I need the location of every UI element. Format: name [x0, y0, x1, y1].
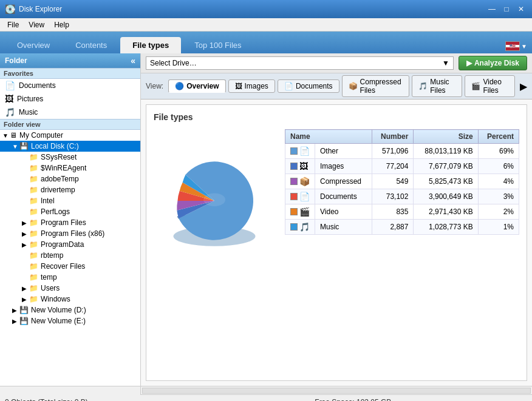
row-percent: 1% — [478, 220, 519, 235]
tree-program-files-x86[interactable]: ▶ 📁 Program Files (x86) — [0, 228, 140, 239]
tree-perflogs[interactable]: ▶ 📁 PerfLogs — [0, 206, 140, 217]
drivertemp-icon: 📁 — [29, 186, 38, 194]
row-size: 1,028,773 KB — [414, 220, 478, 235]
more-tabs-arrow[interactable]: ▶ — [520, 81, 527, 92]
tree-users-label: Users — [41, 284, 60, 292]
status-bar: 0 Objects (Total size: 0 B) Free Space: … — [0, 394, 532, 401]
table-row[interactable]: 📦 Compressed 549 5,825,473 KB 4% — [285, 174, 519, 189]
music-tab-icon: 🎵 — [418, 82, 428, 90]
row-color-indicator — [290, 193, 298, 200]
row-percent: 2% — [478, 204, 519, 220]
tree-users[interactable]: ▶ 📁 Users — [0, 283, 140, 294]
fav-music[interactable]: 🎵 Music — [0, 106, 140, 119]
tab-top100[interactable]: Top 100 Files — [182, 37, 253, 53]
tree-toggle-users[interactable]: ▶ — [22, 285, 29, 292]
tab-overview[interactable]: Overview — [5, 37, 62, 53]
sidebar-collapse-button[interactable]: « — [131, 56, 135, 66]
documents-tab-label: Documents — [296, 82, 333, 90]
windows-icon: 📁 — [29, 295, 38, 303]
view-tab-overview[interactable]: 🔵 Overview — [168, 79, 225, 93]
window-controls: — □ ✕ — [486, 3, 527, 15]
analyze-disk-button[interactable]: ▶ Analyze Disk — [459, 56, 527, 70]
row-name: Video — [315, 204, 372, 220]
close-button[interactable]: ✕ — [515, 3, 527, 15]
tree-temp[interactable]: ▶ 📁 temp — [0, 272, 140, 283]
row-number: 77,204 — [372, 159, 414, 174]
tree-winreagent[interactable]: ▶ 📁 $WinREAgent — [0, 163, 140, 174]
row-file-icon: 📦 — [299, 177, 310, 186]
tree-new-volume-e[interactable]: ▶ 💾 New Volume (E:) — [0, 315, 140, 326]
menu-view[interactable]: View — [24, 19, 49, 30]
main-layout: Folder « Favorites 📄 Documents 🖼 Picture… — [0, 53, 532, 386]
table-row[interactable]: 🎬 Video 835 2,971,430 KB 2% — [285, 204, 519, 220]
tab-filetypes[interactable]: File types — [120, 37, 181, 53]
status-objects: 0 Objects (Total size: 0 B) — [5, 398, 179, 401]
view-tab-images[interactable]: 🖼 Images — [228, 79, 275, 93]
fav-documents-label: Documents — [19, 81, 56, 90]
horizontal-scrollbar[interactable] — [142, 388, 531, 394]
maximize-button[interactable]: □ — [500, 3, 513, 15]
drive-select-arrow: ▼ — [442, 59, 449, 67]
view-tab-music[interactable]: 🎵 Music Files — [412, 75, 462, 97]
tree-new-volume-d-label: New Volume (D:) — [31, 306, 86, 314]
tree-program-files-label: Program Files — [41, 218, 86, 227]
tree-toggle-d[interactable]: ▶ — [12, 307, 19, 314]
tree-toggle-pd[interactable]: ▶ — [22, 241, 29, 248]
row-color-cell: 📄 — [285, 189, 315, 204]
favorites-label: Favorites — [0, 68, 140, 79]
tree-programdata[interactable]: ▶ 📁 ProgramData — [0, 239, 140, 250]
tree-rbtemp[interactable]: ▶ 📁 rbtemp — [0, 250, 140, 261]
th-number: Number — [372, 130, 414, 144]
adobetemp-icon: 📁 — [29, 175, 38, 183]
folder-view-label: Folder view — [0, 119, 140, 130]
intel-icon: 📁 — [29, 197, 38, 205]
tree-toggle-e[interactable]: ▶ — [12, 318, 19, 325]
tree-new-volume-d[interactable]: ▶ 💾 New Volume (D:) — [0, 305, 140, 315]
menu-help[interactable]: Help — [49, 19, 74, 30]
tree-intel[interactable]: ▶ 📁 Intel — [0, 195, 140, 206]
tree-my-computer[interactable]: ▼ 🖥 My Computer — [0, 130, 140, 141]
program-files-x86-icon: 📁 — [29, 229, 38, 238]
filetypes-content: File types — [146, 104, 527, 381]
minimize-button[interactable]: — — [486, 3, 498, 15]
tree-toggle-pf[interactable]: ▶ — [22, 220, 29, 226]
tree-adobetemp[interactable]: ▶ 📁 adobeTemp — [0, 174, 140, 184]
fav-pictures[interactable]: 🖼 Pictures — [0, 92, 140, 106]
tree-toggle-windows[interactable]: ▶ — [22, 296, 29, 303]
table-row[interactable]: 📄 Documents 73,102 3,900,649 KB 3% — [285, 189, 519, 204]
view-label: View: — [146, 82, 163, 90]
overview-tab-icon: 🔵 — [175, 82, 184, 90]
tree-toggle-c[interactable]: ▼ — [12, 143, 19, 150]
table-row[interactable]: 🎵 Music 2,887 1,028,773 KB 1% — [285, 220, 519, 235]
row-color-indicator — [290, 223, 298, 231]
tree-winreagent-label: $WinREAgent — [41, 164, 86, 172]
menu-file[interactable]: File — [2, 19, 24, 30]
fav-documents[interactable]: 📄 Documents — [0, 79, 140, 92]
row-number: 73,102 — [372, 189, 414, 204]
music-tab-label: Music Files — [430, 78, 455, 95]
drive-select[interactable]: Select Drive… ▼ — [146, 56, 454, 70]
view-tab-compressed[interactable]: 📦 Compressed Files — [342, 75, 410, 97]
compressed-tab-icon: 📦 — [349, 82, 358, 90]
tree-toggle-computer[interactable]: ▼ — [2, 132, 10, 139]
tree-recover-files[interactable]: ▶ 📁 Recover Files — [0, 261, 140, 272]
tree-perflogs-label: PerfLogs — [41, 207, 70, 216]
tree-toggle-pfx86[interactable]: ▶ — [22, 231, 29, 237]
view-tab-documents[interactable]: 📄 Documents — [278, 79, 339, 93]
language-flag[interactable]: 🇺🇸 — [505, 41, 520, 51]
pie-chart — [154, 129, 275, 251]
table-row[interactable]: 📄 Other 571,096 88,013,119 KB 69% — [285, 144, 519, 159]
view-tab-video[interactable]: 🎬 Video Files — [465, 75, 515, 97]
tree-program-files[interactable]: ▶ 📁 Program Files — [0, 217, 140, 228]
table-row[interactable]: 🖼 Images 77,204 7,677,079 KB 6% — [285, 159, 519, 174]
row-size: 88,013,119 KB — [414, 144, 478, 159]
perflogs-icon: 📁 — [29, 207, 38, 216]
tree-ssysreset[interactable]: ▶ 📁 SSysReset — [0, 152, 140, 163]
tree-local-disk-c[interactable]: ▼ 💾 Local Disk (C:) — [0, 141, 140, 152]
filetypes-table: Name Number Size Percent 📄 Other — [285, 129, 519, 251]
flag-dropdown[interactable]: ▼ — [521, 43, 527, 50]
tree-windows[interactable]: ▶ 📁 Windows — [0, 294, 140, 305]
tab-contents[interactable]: Contents — [63, 37, 119, 53]
filetypes-title: File types — [154, 112, 519, 122]
tree-drivertemp[interactable]: ▶ 📁 drivertemp — [0, 184, 140, 195]
